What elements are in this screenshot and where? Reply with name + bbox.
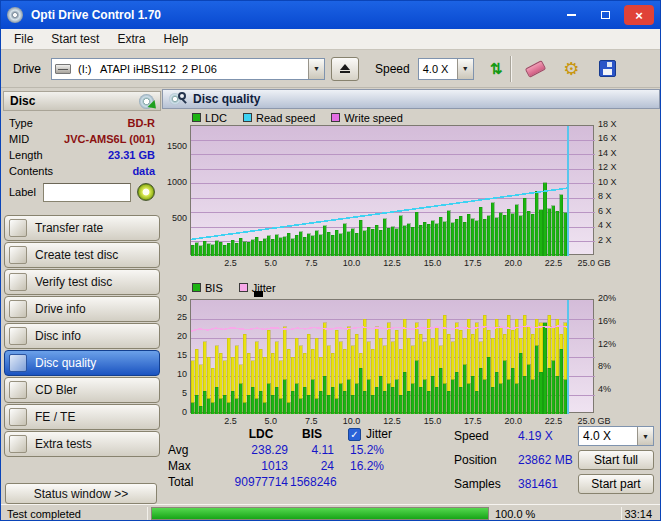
sidebar-item-disc-quality[interactable]: Disc quality xyxy=(4,350,160,376)
disc-section-title: Disc xyxy=(10,94,139,108)
legend-read-speed: Read speed xyxy=(243,112,315,124)
close-icon: × xyxy=(635,8,643,23)
position-stat-label: Position xyxy=(454,453,497,467)
menu-item-start-test[interactable]: Start test xyxy=(42,29,108,49)
axis-tick-label: 5 xyxy=(162,388,187,399)
sidebar-nav: Transfer rateCreate test discVerify test… xyxy=(3,215,161,458)
ldc-chart-plot xyxy=(191,126,595,256)
sidebar-item-extra-tests[interactable]: Extra tests xyxy=(4,431,160,457)
erase-disc-button[interactable] xyxy=(520,64,550,74)
disc-label-icon[interactable] xyxy=(137,183,155,201)
axis-tick-label: 16 X xyxy=(598,133,632,144)
axis-tick-label: 4 X xyxy=(598,220,632,231)
speed-check-icon[interactable]: ⇅ xyxy=(490,60,503,78)
speed-select[interactable]: 4.0 X ▼ xyxy=(418,58,474,80)
toolbar: Drive (I:) ATAPI iHBS112 2 PL06 ▼ Speed … xyxy=(1,50,660,88)
status-text: Test completed xyxy=(7,508,81,520)
axis-tick-label: 500 xyxy=(162,213,187,224)
samples-stat-label: Samples xyxy=(454,477,501,491)
axis-tick-label: 20 xyxy=(162,331,187,342)
status-window-button[interactable]: Status window >> xyxy=(5,483,157,504)
cd-bler-icon xyxy=(9,381,27,399)
sidebar-item-disc-info[interactable]: Disc info xyxy=(4,323,160,349)
speed-label: Speed xyxy=(375,62,410,76)
app-window: Opti Drive Control 1.70 × FileStart test… xyxy=(0,0,661,521)
title-bar: Opti Drive Control 1.70 × xyxy=(1,1,660,29)
disc-section-header: Disc xyxy=(3,91,161,111)
menu-item-extra[interactable]: Extra xyxy=(108,29,154,49)
transfer-rate-icon xyxy=(9,219,27,237)
axis-tick-label: 12 X xyxy=(598,162,632,173)
app-icon xyxy=(7,7,23,23)
sidebar-item-verify-test-disc[interactable]: Verify test disc xyxy=(4,269,160,295)
axis-tick-label: 2.5 xyxy=(208,258,252,269)
sidebar-item-transfer-rate[interactable]: Transfer rate xyxy=(4,215,160,241)
axis-tick-label: 12% xyxy=(598,339,632,350)
bis-chart-legend: BISJitter xyxy=(192,281,292,294)
quality-speed-value: 4.0 X xyxy=(579,429,615,443)
chevron-down-icon[interactable]: ▼ xyxy=(457,59,473,79)
disc-info-row-contents: Contentsdata xyxy=(3,163,161,179)
axis-tick-label: 25 xyxy=(162,312,187,323)
speed-stat-value: 4.19 X xyxy=(518,429,553,443)
save-button[interactable] xyxy=(592,60,622,77)
floppy-disk-icon xyxy=(599,60,616,77)
sidebar: Disc TypeBD-RMIDJVC-AMS6L (001)Length23.… xyxy=(3,89,161,504)
quality-speed-select[interactable]: 4.0 X ▼ xyxy=(578,426,654,446)
axis-tick-label: 22.5 xyxy=(532,258,576,269)
axis-tick-label: 17.5 xyxy=(451,416,495,427)
sidebar-item-fe-te[interactable]: FE / TE xyxy=(4,404,160,430)
jitter-checkbox[interactable]: ✓ xyxy=(348,428,361,441)
label-input[interactable] xyxy=(43,183,131,202)
disc-quality-icon xyxy=(169,91,187,107)
eject-button[interactable] xyxy=(331,57,359,81)
sidebar-item-drive-info[interactable]: Drive info xyxy=(4,296,160,322)
sidebar-item-cd-bler[interactable]: CD Bler xyxy=(4,377,160,403)
axis-tick-label: 1000 xyxy=(162,177,187,188)
disc-info-row-length: Length23.31 GB xyxy=(3,147,161,163)
ldc-speed-chart[interactable] xyxy=(190,125,594,255)
elapsed-time: 33:14 xyxy=(624,508,652,520)
position-stat-value: 23862 MB xyxy=(518,453,573,467)
axis-tick-label: 6 X xyxy=(598,206,632,217)
start-full-button[interactable]: Start full xyxy=(578,450,654,470)
progress-bar xyxy=(151,507,489,520)
read-speed-chip xyxy=(243,113,252,122)
bis-chart-plot xyxy=(191,300,595,414)
axis-tick-label: 12.5 xyxy=(370,416,414,427)
axis-tick-label: 25.0 GB xyxy=(572,258,616,269)
sidebar-item-create-test-disc[interactable]: Create test disc xyxy=(4,242,160,268)
axis-tick-label: 1500 xyxy=(162,141,187,152)
menu-item-file[interactable]: File xyxy=(5,29,42,49)
stat-ldc-avg: 238.29 xyxy=(202,443,288,458)
menu-item-help[interactable]: Help xyxy=(154,29,197,49)
options-button[interactable]: ⚙ xyxy=(556,60,586,78)
status-window-label: Status window >> xyxy=(34,487,129,501)
ldc-chip xyxy=(192,113,201,122)
disc-info-row-mid: MIDJVC-AMS6L (001) xyxy=(3,131,161,147)
maximize-button[interactable] xyxy=(590,5,620,25)
bis-jitter-chart[interactable] xyxy=(190,299,594,413)
speed-select-value: 4.0 X xyxy=(419,63,453,75)
disc-quality-icon xyxy=(9,354,27,372)
stat-jitter-avg: 15.2% xyxy=(342,443,392,458)
drive-select[interactable]: (I:) ATAPI iHBS112 2 PL06 ▼ xyxy=(51,58,325,80)
chevron-down-icon[interactable]: ▼ xyxy=(637,427,653,445)
axis-tick-label: 5.0 xyxy=(249,258,293,269)
chevron-down-icon[interactable]: ▼ xyxy=(308,59,324,79)
samples-stat-value: 381461 xyxy=(518,477,558,491)
start-part-button[interactable]: Start part xyxy=(578,474,654,494)
axis-tick-label: 25.0 GB xyxy=(572,416,616,427)
jitter-checkbox-label: Jitter xyxy=(366,427,392,441)
axis-tick-label: 15.0 xyxy=(410,258,454,269)
axis-tick-label: 12.5 xyxy=(370,258,414,269)
axis-tick-label: 15.0 xyxy=(410,416,454,427)
menu-bar: FileStart testExtraHelp xyxy=(1,29,660,50)
close-button[interactable]: × xyxy=(624,5,654,25)
minimize-button[interactable] xyxy=(556,5,586,25)
axis-tick-label: 30 xyxy=(162,293,187,304)
eject-icon xyxy=(340,64,350,70)
stat-bis-max: 24 xyxy=(290,459,334,474)
axis-tick-label: 10 xyxy=(162,369,187,380)
progress-fill xyxy=(152,508,488,519)
